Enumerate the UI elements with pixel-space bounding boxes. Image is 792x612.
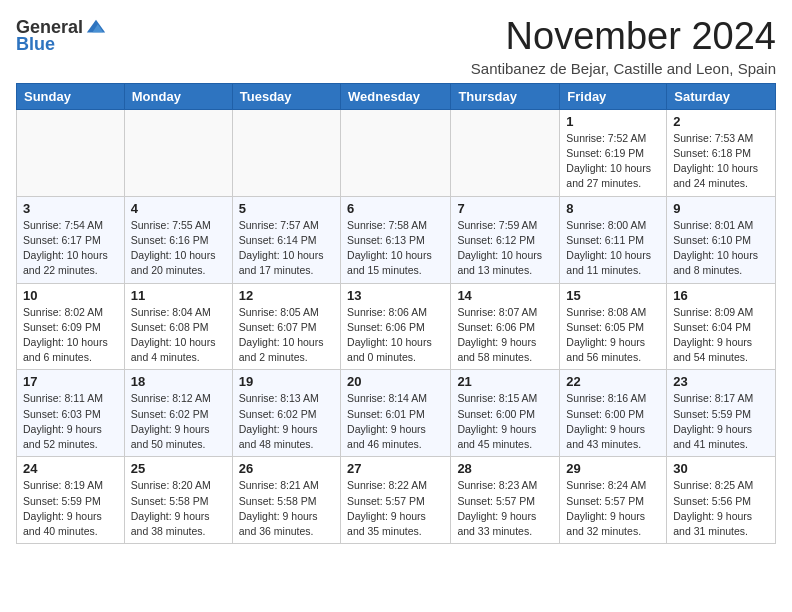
day-info: Sunrise: 8:06 AM Sunset: 6:06 PM Dayligh… bbox=[347, 305, 444, 366]
day-number: 18 bbox=[131, 374, 226, 389]
calendar-week-3: 10Sunrise: 8:02 AM Sunset: 6:09 PM Dayli… bbox=[17, 283, 776, 370]
calendar-day-cell: 29Sunrise: 8:24 AM Sunset: 5:57 PM Dayli… bbox=[560, 457, 667, 544]
day-number: 4 bbox=[131, 201, 226, 216]
day-number: 7 bbox=[457, 201, 553, 216]
day-info: Sunrise: 8:25 AM Sunset: 5:56 PM Dayligh… bbox=[673, 478, 769, 539]
day-number: 30 bbox=[673, 461, 769, 476]
day-info: Sunrise: 7:55 AM Sunset: 6:16 PM Dayligh… bbox=[131, 218, 226, 279]
calendar-day-cell: 8Sunrise: 8:00 AM Sunset: 6:11 PM Daylig… bbox=[560, 196, 667, 283]
day-info: Sunrise: 8:05 AM Sunset: 6:07 PM Dayligh… bbox=[239, 305, 334, 366]
weekday-header-monday: Monday bbox=[124, 83, 232, 109]
day-info: Sunrise: 8:24 AM Sunset: 5:57 PM Dayligh… bbox=[566, 478, 660, 539]
day-number: 2 bbox=[673, 114, 769, 129]
day-number: 27 bbox=[347, 461, 444, 476]
calendar-day-cell: 26Sunrise: 8:21 AM Sunset: 5:58 PM Dayli… bbox=[232, 457, 340, 544]
calendar-day-cell bbox=[232, 109, 340, 196]
day-info: Sunrise: 7:54 AM Sunset: 6:17 PM Dayligh… bbox=[23, 218, 118, 279]
day-number: 28 bbox=[457, 461, 553, 476]
day-number: 29 bbox=[566, 461, 660, 476]
calendar-day-cell: 9Sunrise: 8:01 AM Sunset: 6:10 PM Daylig… bbox=[667, 196, 776, 283]
day-number: 11 bbox=[131, 288, 226, 303]
calendar-day-cell: 6Sunrise: 7:58 AM Sunset: 6:13 PM Daylig… bbox=[341, 196, 451, 283]
calendar-week-1: 1Sunrise: 7:52 AM Sunset: 6:19 PM Daylig… bbox=[17, 109, 776, 196]
calendar-day-cell: 27Sunrise: 8:22 AM Sunset: 5:57 PM Dayli… bbox=[341, 457, 451, 544]
calendar-day-cell: 30Sunrise: 8:25 AM Sunset: 5:56 PM Dayli… bbox=[667, 457, 776, 544]
day-number: 6 bbox=[347, 201, 444, 216]
day-info: Sunrise: 8:23 AM Sunset: 5:57 PM Dayligh… bbox=[457, 478, 553, 539]
calendar-day-cell bbox=[17, 109, 125, 196]
calendar-day-cell: 12Sunrise: 8:05 AM Sunset: 6:07 PM Dayli… bbox=[232, 283, 340, 370]
title-area: November 2024 Santibanez de Bejar, Casti… bbox=[471, 16, 776, 77]
calendar-day-cell: 23Sunrise: 8:17 AM Sunset: 5:59 PM Dayli… bbox=[667, 370, 776, 457]
day-info: Sunrise: 8:20 AM Sunset: 5:58 PM Dayligh… bbox=[131, 478, 226, 539]
calendar-day-cell: 15Sunrise: 8:08 AM Sunset: 6:05 PM Dayli… bbox=[560, 283, 667, 370]
calendar-day-cell: 20Sunrise: 8:14 AM Sunset: 6:01 PM Dayli… bbox=[341, 370, 451, 457]
day-info: Sunrise: 8:04 AM Sunset: 6:08 PM Dayligh… bbox=[131, 305, 226, 366]
calendar-week-5: 24Sunrise: 8:19 AM Sunset: 5:59 PM Dayli… bbox=[17, 457, 776, 544]
calendar-day-cell: 5Sunrise: 7:57 AM Sunset: 6:14 PM Daylig… bbox=[232, 196, 340, 283]
calendar-day-cell: 19Sunrise: 8:13 AM Sunset: 6:02 PM Dayli… bbox=[232, 370, 340, 457]
day-number: 1 bbox=[566, 114, 660, 129]
logo-icon bbox=[85, 16, 107, 38]
weekday-header-saturday: Saturday bbox=[667, 83, 776, 109]
calendar-day-cell: 22Sunrise: 8:16 AM Sunset: 6:00 PM Dayli… bbox=[560, 370, 667, 457]
calendar-week-2: 3Sunrise: 7:54 AM Sunset: 6:17 PM Daylig… bbox=[17, 196, 776, 283]
calendar-day-cell: 24Sunrise: 8:19 AM Sunset: 5:59 PM Dayli… bbox=[17, 457, 125, 544]
day-info: Sunrise: 8:21 AM Sunset: 5:58 PM Dayligh… bbox=[239, 478, 334, 539]
day-info: Sunrise: 8:01 AM Sunset: 6:10 PM Dayligh… bbox=[673, 218, 769, 279]
day-number: 3 bbox=[23, 201, 118, 216]
header: General Blue November 2024 Santibanez de… bbox=[16, 16, 776, 77]
calendar-day-cell: 14Sunrise: 8:07 AM Sunset: 6:06 PM Dayli… bbox=[451, 283, 560, 370]
calendar-day-cell: 7Sunrise: 7:59 AM Sunset: 6:12 PM Daylig… bbox=[451, 196, 560, 283]
day-number: 5 bbox=[239, 201, 334, 216]
day-number: 23 bbox=[673, 374, 769, 389]
day-number: 14 bbox=[457, 288, 553, 303]
calendar-day-cell: 3Sunrise: 7:54 AM Sunset: 6:17 PM Daylig… bbox=[17, 196, 125, 283]
calendar-day-cell: 1Sunrise: 7:52 AM Sunset: 6:19 PM Daylig… bbox=[560, 109, 667, 196]
day-number: 10 bbox=[23, 288, 118, 303]
day-info: Sunrise: 8:19 AM Sunset: 5:59 PM Dayligh… bbox=[23, 478, 118, 539]
calendar-day-cell: 25Sunrise: 8:20 AM Sunset: 5:58 PM Dayli… bbox=[124, 457, 232, 544]
weekday-header-friday: Friday bbox=[560, 83, 667, 109]
location-subtitle: Santibanez de Bejar, Castille and Leon, … bbox=[471, 60, 776, 77]
calendar-day-cell: 4Sunrise: 7:55 AM Sunset: 6:16 PM Daylig… bbox=[124, 196, 232, 283]
calendar-day-cell: 21Sunrise: 8:15 AM Sunset: 6:00 PM Dayli… bbox=[451, 370, 560, 457]
day-info: Sunrise: 7:53 AM Sunset: 6:18 PM Dayligh… bbox=[673, 131, 769, 192]
day-info: Sunrise: 8:13 AM Sunset: 6:02 PM Dayligh… bbox=[239, 391, 334, 452]
day-info: Sunrise: 8:09 AM Sunset: 6:04 PM Dayligh… bbox=[673, 305, 769, 366]
day-number: 22 bbox=[566, 374, 660, 389]
calendar-day-cell: 2Sunrise: 7:53 AM Sunset: 6:18 PM Daylig… bbox=[667, 109, 776, 196]
day-info: Sunrise: 8:15 AM Sunset: 6:00 PM Dayligh… bbox=[457, 391, 553, 452]
month-title: November 2024 bbox=[471, 16, 776, 58]
calendar-header-row: SundayMondayTuesdayWednesdayThursdayFrid… bbox=[17, 83, 776, 109]
calendar-day-cell: 28Sunrise: 8:23 AM Sunset: 5:57 PM Dayli… bbox=[451, 457, 560, 544]
day-info: Sunrise: 7:57 AM Sunset: 6:14 PM Dayligh… bbox=[239, 218, 334, 279]
calendar-day-cell bbox=[451, 109, 560, 196]
day-info: Sunrise: 8:07 AM Sunset: 6:06 PM Dayligh… bbox=[457, 305, 553, 366]
day-number: 12 bbox=[239, 288, 334, 303]
calendar-day-cell: 11Sunrise: 8:04 AM Sunset: 6:08 PM Dayli… bbox=[124, 283, 232, 370]
day-info: Sunrise: 8:22 AM Sunset: 5:57 PM Dayligh… bbox=[347, 478, 444, 539]
calendar-day-cell: 17Sunrise: 8:11 AM Sunset: 6:03 PM Dayli… bbox=[17, 370, 125, 457]
calendar-day-cell: 10Sunrise: 8:02 AM Sunset: 6:09 PM Dayli… bbox=[17, 283, 125, 370]
calendar-day-cell bbox=[341, 109, 451, 196]
day-number: 26 bbox=[239, 461, 334, 476]
calendar-day-cell: 13Sunrise: 8:06 AM Sunset: 6:06 PM Dayli… bbox=[341, 283, 451, 370]
day-number: 16 bbox=[673, 288, 769, 303]
weekday-header-sunday: Sunday bbox=[17, 83, 125, 109]
calendar-week-4: 17Sunrise: 8:11 AM Sunset: 6:03 PM Dayli… bbox=[17, 370, 776, 457]
day-info: Sunrise: 8:12 AM Sunset: 6:02 PM Dayligh… bbox=[131, 391, 226, 452]
day-number: 19 bbox=[239, 374, 334, 389]
day-number: 17 bbox=[23, 374, 118, 389]
day-number: 8 bbox=[566, 201, 660, 216]
calendar-table: SundayMondayTuesdayWednesdayThursdayFrid… bbox=[16, 83, 776, 544]
day-number: 15 bbox=[566, 288, 660, 303]
day-info: Sunrise: 7:59 AM Sunset: 6:12 PM Dayligh… bbox=[457, 218, 553, 279]
weekday-header-thursday: Thursday bbox=[451, 83, 560, 109]
day-info: Sunrise: 8:00 AM Sunset: 6:11 PM Dayligh… bbox=[566, 218, 660, 279]
calendar-day-cell bbox=[124, 109, 232, 196]
weekday-header-tuesday: Tuesday bbox=[232, 83, 340, 109]
day-number: 20 bbox=[347, 374, 444, 389]
day-number: 21 bbox=[457, 374, 553, 389]
calendar-day-cell: 16Sunrise: 8:09 AM Sunset: 6:04 PM Dayli… bbox=[667, 283, 776, 370]
